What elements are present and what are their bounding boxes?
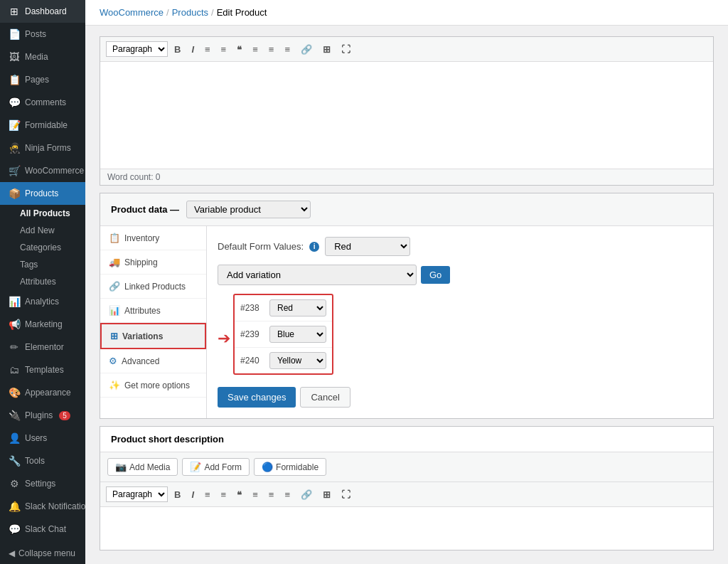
submenu-categories[interactable]: Categories — [0, 239, 85, 256]
nav-inventory[interactable]: 📋 Inventory — [100, 226, 206, 250]
nav-label: Inventory — [124, 233, 159, 243]
collapse-icon: ◀ — [9, 548, 15, 558]
nav-get-more-options[interactable]: ✨ Get more options — [100, 373, 206, 398]
sidebar-item-users[interactable]: 👤 Users — [0, 427, 85, 449]
align-left-button[interactable]: ≡ — [248, 42, 262, 57]
submenu-add-new[interactable]: Add New — [0, 222, 85, 239]
sidebar-item-posts[interactable]: 📄 Posts — [0, 23, 85, 46]
woocommerce-icon: 🛒 — [9, 165, 20, 176]
sidebar-item-settings[interactable]: ⚙ Settings — [0, 472, 85, 495]
product-type-select[interactable]: Variable product Simple product Grouped … — [186, 201, 311, 218]
formidable-button[interactable]: 🔵 Formidable — [254, 458, 326, 476]
save-changes-button[interactable]: Save changes — [218, 387, 296, 408]
sidebar-item-plugins[interactable]: 🔌 Plugins 5 — [0, 404, 85, 427]
product-data-nav: 📋 Inventory 🚚 Shipping 🔗 Linked Products… — [100, 226, 207, 418]
fullscreen-button[interactable]: ⛶ — [337, 42, 355, 57]
sd-unordered-list-button[interactable]: ≡ — [200, 487, 215, 502]
content-area: Paragraph B I ≡ ≡ ❝ ≡ ≡ ≡ 🔗 ⊞ ⛶ Word cou… — [85, 26, 728, 564]
sd-align-center-button[interactable]: ≡ — [264, 487, 279, 502]
blockquote-button[interactable]: ❝ — [232, 42, 246, 57]
formidable-label: Formidable — [276, 462, 318, 472]
sd-align-left-button[interactable]: ≡ — [248, 487, 262, 502]
add-variation-select[interactable]: Add variation Add all variations — [218, 265, 417, 285]
add-form-button[interactable]: 📝 Add Form — [182, 458, 250, 476]
sidebar-item-slack-chat[interactable]: 💬 Slack Chat — [0, 518, 85, 541]
nav-advanced[interactable]: ⚙ Advanced — [100, 349, 206, 373]
sidebar-item-woocommerce[interactable]: 🛒 WooCommerce — [0, 159, 85, 182]
italic-button[interactable]: I — [187, 42, 198, 57]
table-button[interactable]: ⊞ — [318, 42, 335, 57]
sidebar-item-label: Marketing — [25, 319, 63, 329]
sd-bold-button[interactable]: B — [170, 487, 185, 502]
plugins-icon: 🔌 — [9, 410, 20, 421]
sidebar-item-analytics[interactable]: 📊 Analytics — [0, 290, 85, 313]
plugins-badge: 5 — [59, 411, 70, 420]
nav-attributes[interactable]: 📊 Attributes — [100, 299, 206, 323]
posts-icon: 📄 — [9, 28, 20, 40]
sidebar-item-appearance[interactable]: 🎨 Appearance — [0, 381, 85, 404]
nav-shipping[interactable]: 🚚 Shipping — [100, 250, 206, 275]
sd-fullscreen-button[interactable]: ⛶ — [337, 487, 355, 502]
bold-button[interactable]: B — [170, 42, 185, 57]
editor-body[interactable] — [100, 62, 713, 169]
sidebar-item-dashboard[interactable]: ⊞ Dashboard — [0, 0, 85, 23]
align-center-button[interactable]: ≡ — [264, 42, 279, 57]
sidebar-item-tools[interactable]: 🔧 Tools — [0, 449, 85, 472]
nav-linked-products[interactable]: 🔗 Linked Products — [100, 275, 206, 299]
go-button[interactable]: Go — [421, 266, 450, 284]
submenu-all-products[interactable]: All Products — [0, 205, 85, 222]
product-data-section: Product data — Variable product Simple p… — [100, 193, 714, 419]
variation-select-239[interactable]: Red Blue Yellow — [269, 326, 326, 343]
format-select[interactable]: Paragraph — [106, 41, 168, 57]
sidebar-item-ninja-forms[interactable]: 🥷 Ninja Forms — [0, 137, 85, 159]
sidebar-item-label: Tools — [25, 456, 45, 466]
breadcrumb-products[interactable]: Products — [172, 7, 208, 18]
default-form-select[interactable]: Red Blue Yellow — [325, 237, 410, 256]
analytics-icon: 📊 — [9, 296, 20, 307]
short-desc-format-select[interactable]: Paragraph — [106, 486, 168, 502]
sidebar-item-label: Pages — [25, 75, 49, 85]
settings-icon: ⚙ — [9, 478, 20, 489]
formidable-btn-icon: 🔵 — [262, 462, 273, 472]
submenu-attributes[interactable]: Attributes — [0, 273, 85, 290]
sidebar-item-pages[interactable]: 📋 Pages — [0, 68, 85, 91]
description-editor: Paragraph B I ≡ ≡ ❝ ≡ ≡ ≡ 🔗 ⊞ ⛶ Word cou… — [100, 36, 714, 186]
add-form-label: Add Form — [204, 462, 242, 472]
advanced-icon: ⚙ — [109, 356, 117, 366]
variation-select-240[interactable]: Red Blue Yellow — [269, 352, 326, 369]
nav-variations[interactable]: ⊞ Variations — [100, 323, 206, 349]
unordered-list-button[interactable]: ≡ — [200, 42, 215, 57]
sidebar-item-label: WooCommerce — [25, 166, 84, 176]
sidebar-item-products[interactable]: 📦 Products — [0, 182, 85, 205]
sd-table-button[interactable]: ⊞ — [318, 487, 335, 502]
short-desc-editor-body[interactable] — [100, 507, 713, 550]
sidebar-item-formidable[interactable]: 📝 Formidable — [0, 114, 85, 137]
variations-list: #238 Red Blue Yellow #239 — [233, 294, 333, 375]
sidebar-item-elementor[interactable]: ✏ Elementor — [0, 336, 85, 358]
ordered-list-button[interactable]: ≡ — [217, 42, 231, 57]
sidebar-item-media[interactable]: 🖼 Media — [0, 46, 85, 68]
breadcrumb-woocommerce[interactable]: WooCommerce — [100, 7, 164, 18]
sidebar-item-label: Settings — [25, 479, 55, 489]
breadcrumb-sep2: / — [211, 7, 214, 18]
link-button[interactable]: 🔗 — [296, 42, 316, 57]
editor-toolbar: Paragraph B I ≡ ≡ ❝ ≡ ≡ ≡ 🔗 ⊞ ⛶ — [100, 37, 713, 62]
sidebar-item-comments[interactable]: 💬 Comments — [0, 91, 85, 114]
sd-link-button[interactable]: 🔗 — [296, 487, 316, 502]
sidebar-item-templates[interactable]: 🗂 Templates — [0, 358, 85, 381]
sd-ordered-list-button[interactable]: ≡ — [217, 487, 231, 502]
sd-blockquote-button[interactable]: ❝ — [232, 487, 246, 502]
cancel-button[interactable]: Cancel — [300, 387, 350, 408]
add-media-button[interactable]: 📷 Add Media — [107, 458, 178, 476]
sd-italic-button[interactable]: I — [187, 487, 198, 502]
sidebar-item-label: Ninja Forms — [25, 143, 71, 153]
submenu-tags[interactable]: Tags — [0, 256, 85, 273]
align-right-button[interactable]: ≡ — [280, 42, 294, 57]
nav-label: Shipping — [124, 257, 158, 267]
collapse-menu[interactable]: ◀ Collapse menu — [0, 543, 85, 564]
sd-align-right-button[interactable]: ≡ — [280, 487, 294, 502]
variation-select-238[interactable]: Red Blue Yellow — [269, 299, 326, 316]
sidebar-item-marketing[interactable]: 📢 Marketing — [0, 313, 85, 336]
variation-id-239: #239 — [240, 329, 265, 339]
sidebar-item-slack-notifications[interactable]: 🔔 Slack Notifications — [0, 495, 85, 518]
